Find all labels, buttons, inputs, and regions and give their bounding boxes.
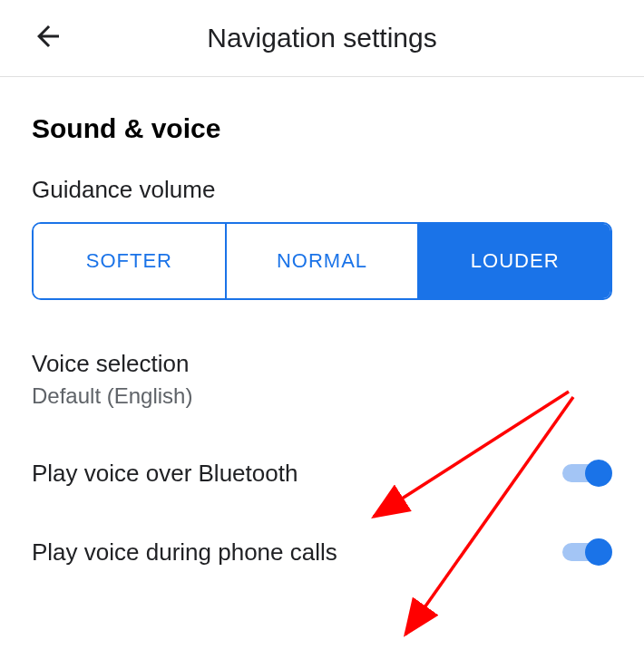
segment-louder[interactable]: LOUDER: [419, 224, 610, 298]
play-voice-bluetooth-label: Play voice over Bluetooth: [32, 460, 298, 488]
play-voice-phone-calls-row: Play voice during phone calls: [32, 538, 612, 567]
play-voice-phone-calls-toggle[interactable]: [562, 538, 612, 567]
guidance-volume-label: Guidance volume: [32, 176, 612, 204]
play-voice-bluetooth-row: Play voice over Bluetooth: [32, 459, 612, 488]
back-button[interactable]: [32, 20, 64, 56]
toggle-thumb: [585, 460, 612, 487]
toggle-thumb: [585, 538, 612, 566]
section-title: Sound & voice: [32, 113, 612, 144]
play-voice-bluetooth-toggle[interactable]: [562, 459, 612, 488]
voice-selection-item[interactable]: Voice selection Default (English): [32, 350, 612, 409]
page-title: Navigation settings: [18, 23, 626, 53]
play-voice-phone-calls-label: Play voice during phone calls: [32, 538, 337, 567]
segment-normal[interactable]: NORMAL: [227, 224, 420, 298]
header: Navigation settings: [0, 0, 644, 77]
voice-selection-value: Default (English): [32, 383, 612, 409]
guidance-volume-control: SOFTER NORMAL LOUDER: [32, 222, 612, 300]
segment-softer[interactable]: SOFTER: [34, 224, 227, 298]
arrow-left-icon: [32, 20, 64, 53]
content: Sound & voice Guidance volume SOFTER NOR…: [0, 77, 644, 567]
voice-selection-title: Voice selection: [32, 350, 612, 378]
